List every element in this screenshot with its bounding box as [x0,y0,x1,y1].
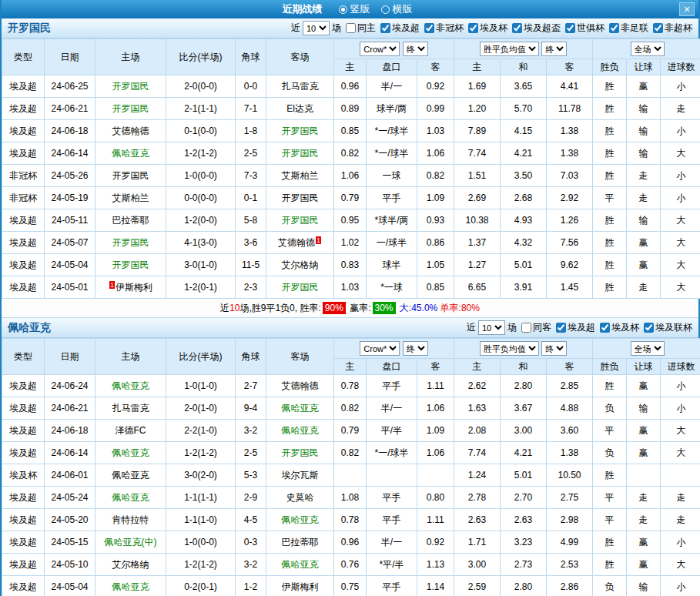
same-venue-checkbox[interactable]: 同主 [346,22,376,35]
home-win-odds-cell: 1.37 [454,232,501,254]
checkbox-label: 非冠杯 [436,22,464,35]
match-type-cell: 非冠杯 [2,187,45,209]
games-label: 场 [332,22,341,35]
score-cell: 1-1(1-0) [166,509,236,531]
corner-cell: 2-5 [236,442,266,464]
europe-final-select[interactable]: 终 [541,42,567,56]
away-team-cell: 史莫哈 [266,487,334,509]
team-label: 佩哈亚克 [112,470,149,480]
league-filter-checkbox[interactable]: 埃及联杯 [644,321,692,334]
checkbox-input[interactable] [468,23,478,33]
home-win-odds-cell: 3.00 [454,554,501,576]
checkbox-input[interactable] [609,23,619,33]
league-filter-checkbox[interactable]: 埃及杯 [468,22,507,35]
close-icon[interactable]: × [679,2,695,16]
home-team-cell: 开罗国民 [95,98,166,120]
handicap-home-odds-cell [334,464,367,487]
europe-final-select[interactable]: 终 [541,341,567,356]
handicap-result-cell: 输 [627,397,661,420]
match-date-cell: 24-06-01 [45,464,95,487]
team-label: 佩哈亚克 [282,403,319,414]
league-filter-checkbox[interactable]: 埃及超 [556,321,595,334]
odds-final-select[interactable]: 终 [403,341,428,356]
europe-odds-select[interactable]: 胜平负均值 [480,42,539,56]
draw-odds-cell: 5.01 [501,464,547,487]
same-venue-checkbox[interactable]: 同客 [521,321,551,334]
result-cell: 平 [593,187,627,209]
checkbox-input[interactable] [565,23,575,33]
handicap-away-odds-cell: 0.92 [417,75,454,98]
scope-select[interactable]: 全场 [631,341,665,356]
europe-odds-select[interactable]: 胜平负均值 [480,341,539,356]
layout-radio-vertical[interactable]: 竖版 [339,2,370,16]
handicap-line-cell: 平手 [367,487,417,509]
checkbox-input[interactable] [424,23,434,33]
recent-count-select[interactable]: 10 [478,320,505,335]
sub-header-cell: 让球 [627,359,661,375]
league-filter-checkbox[interactable]: 非超杯 [653,22,692,35]
checkbox-input[interactable] [644,323,654,333]
goals-result-cell: 大 [661,442,700,464]
handicap-home-odds-cell: 0.82 [334,397,367,420]
col-header-home: 主场 [95,39,166,75]
recent-count-select[interactable]: 10 [303,21,330,35]
team-label: 开罗国民 [282,282,319,293]
checkbox-label: 埃及超 [392,22,420,35]
team-label: 艾德翰德 [112,126,149,136]
result-cell: 平 [593,420,627,442]
league-filter-checkbox[interactable]: 埃及杯 [600,321,639,334]
checkbox-input[interactable] [512,23,522,33]
league-filter-checkbox[interactable]: 非足联 [609,22,648,35]
match-date-cell: 24-05-19 [45,187,95,209]
league-filter-checkbox[interactable]: 世俱杯 [565,22,605,35]
result-cell: 胜 [593,98,627,120]
league-filter-checkbox[interactable]: 埃及超 [380,22,420,35]
draw-odds-cell: 3.67 [501,397,547,420]
checkbox-input[interactable] [521,323,531,333]
rank-badge: 1 [109,281,115,289]
team-label: 开罗国民 [282,447,319,458]
match-date-cell: 24-06-21 [45,98,95,120]
layout-radio-horizontal[interactable]: 横版 [381,2,413,16]
odds-company-select[interactable]: Crow* [360,341,400,356]
checkbox-input[interactable] [380,23,390,33]
odds-company-select[interactable]: Crow* [360,42,400,56]
checkbox-input[interactable] [346,23,356,33]
draw-odds-cell: 3.65 [501,75,547,98]
corner-cell: 1-2 [236,576,266,596]
scope-select[interactable]: 全场 [631,42,665,56]
draw-odds-cell: 4.21 [501,442,547,464]
league-filter-checkbox[interactable]: 埃及超盃 [512,22,561,35]
checkbox-label: 埃及杯 [480,22,507,35]
handicap-result-cell: 走 [627,509,661,531]
goals-result-cell: 大 [661,232,700,254]
match-row: 埃及超24-05-011伊斯梅利1-2(0-1)2-3开罗国民1.03*一球0.… [2,276,700,299]
draw-odds-cell: 5.01 [501,254,547,276]
checkbox-input[interactable] [600,323,610,333]
section-header: 佩哈亚克 近 10 场 同客 埃及超埃及杯埃及联杯 [2,318,698,338]
europe-odds-header: 胜平负均值 终 [454,339,593,359]
checkbox-input[interactable] [556,323,566,333]
checkbox-label: 非超杯 [665,22,692,35]
match-date-cell: 24-05-04 [45,254,95,276]
league-filter-checkbox[interactable]: 非冠杯 [424,22,464,35]
team-section-away: 佩哈亚克 近 10 场 同客 埃及超埃及杯埃及联杯 类型 日期 主场 比分(半场… [2,318,698,596]
sub-header-cell: 主 [334,59,367,75]
handicap-home-odds-cell: 0.82 [334,142,367,165]
draw-odds-cell: 4.15 [501,120,547,142]
handicap-line-cell: 半/一 [367,531,417,554]
match-row: 埃及超24-05-15佩哈亚克(中)1-0(0-0)0-3巴拉蒂耶0.96半/一… [2,531,700,554]
home-team-cell: 巴拉蒂耶 [95,209,166,232]
matches-table: 类型 日期 主场 比分(半场) 角球 客场 Crow* 终 胜平负均值 终 [2,39,700,299]
match-row: 埃及超24-06-18艾德翰德0-1(0-0)1-8开罗国民0.85*一/球半1… [2,120,700,142]
match-type-cell: 埃及超 [2,442,45,464]
checkbox-label: 同客 [533,321,551,334]
odds-final-select[interactable]: 终 [403,42,428,56]
away-team-cell: 艾斯柏兰 [266,165,334,187]
draw-odds-cell: 4.21 [501,142,547,165]
checkbox-input[interactable] [653,23,663,33]
match-type-cell: 埃及超 [2,120,45,142]
match-date-cell: 24-05-26 [45,165,95,187]
away-team-cell: 艾德翰德1 [266,232,334,254]
team-label: 开罗国民 [112,259,149,270]
